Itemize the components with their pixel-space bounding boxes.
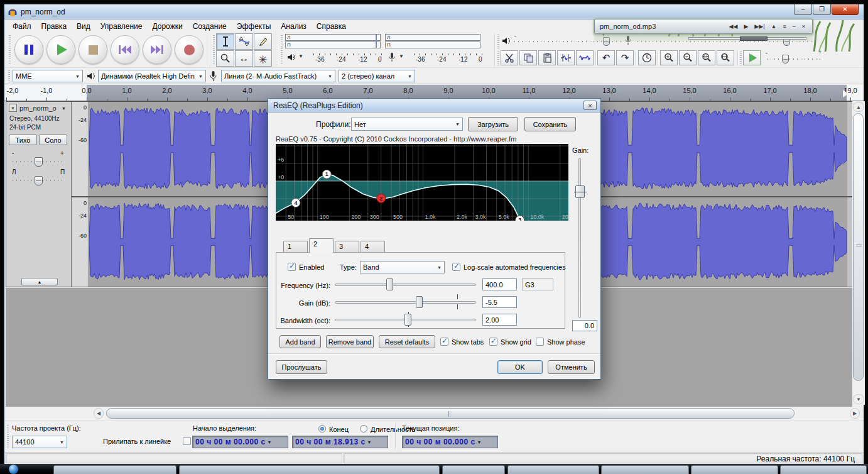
- record-button[interactable]: [175, 35, 203, 64]
- draw-tool-button[interactable]: [254, 33, 272, 50]
- track-pan-slider[interactable]: [35, 176, 43, 185]
- gain-slider[interactable]: [416, 296, 423, 308]
- end-radio[interactable]: [318, 425, 326, 433]
- preview-button[interactable]: Прослушать: [276, 360, 327, 374]
- snap-to-checkbox[interactable]: [183, 437, 191, 445]
- dialog-close-button[interactable]: ×: [583, 101, 597, 110]
- vertical-scrollbar[interactable]: ▲ ▼: [852, 101, 865, 405]
- cancel-button[interactable]: Отменить: [548, 360, 595, 374]
- fit-project-button[interactable]: [717, 50, 734, 65]
- track-close-button[interactable]: ×: [9, 104, 17, 112]
- fit-selection-button[interactable]: [698, 50, 715, 65]
- solo-button[interactable]: Соло: [39, 135, 67, 145]
- show-phase-checkbox[interactable]: [536, 338, 544, 346]
- next-track-icon[interactable]: ▶▶|: [751, 24, 768, 30]
- track-gain-slider[interactable]: [35, 157, 43, 167]
- bandwidth-value[interactable]: 2.00: [482, 314, 517, 326]
- undo-button[interactable]: ↶: [597, 50, 615, 65]
- close-button[interactable]: ✕: [832, 4, 859, 15]
- profiles-select[interactable]: Нет▼: [351, 118, 463, 131]
- playback-meter-left[interactable]: Л: [285, 34, 381, 41]
- trim-button[interactable]: [557, 50, 575, 65]
- gain-value[interactable]: -5.5: [482, 296, 517, 308]
- log-scale-checkbox[interactable]: [452, 263, 460, 271]
- taskbar-button-3[interactable]: [442, 465, 505, 474]
- taskbar-button-7[interactable]: [780, 465, 867, 474]
- media-player-seek-area[interactable]: [594, 35, 813, 41]
- playback-speed-track[interactable]: [767, 58, 821, 60]
- show-tabs-checkbox[interactable]: [440, 338, 448, 346]
- stop-button[interactable]: [79, 35, 107, 64]
- master-gain-track[interactable]: [578, 158, 581, 318]
- input-device-select[interactable]: Линия (2- M-Audio FastTrack)▼: [221, 70, 335, 82]
- zoom-in-button[interactable]: [660, 50, 678, 65]
- timeshift-tool-button[interactable]: ↔: [235, 50, 253, 67]
- scroll-down-icon[interactable]: ▼: [853, 394, 864, 404]
- current-position-field[interactable]: 00 ч 00 м 00.000 с▼: [402, 436, 498, 448]
- playback-meter-right[interactable]: П: [285, 41, 381, 48]
- add-band-button[interactable]: Add band: [279, 335, 321, 348]
- selection-end-field[interactable]: 00 ч 00 м 18.913 с▼: [292, 436, 388, 448]
- reset-defaults-button[interactable]: Reset defaults: [379, 335, 435, 348]
- menu-item-9[interactable]: Справка: [312, 21, 351, 32]
- tab-band-1[interactable]: 1: [283, 241, 308, 253]
- menu-item-1[interactable]: Файл: [8, 21, 36, 32]
- gain-track[interactable]: [335, 301, 476, 304]
- taskbar-button-5[interactable]: [601, 465, 689, 474]
- eq-graph[interactable]: 1234+6+0501002003005001.0k2.0k3.0k5.0k10…: [276, 144, 568, 221]
- frequency-track[interactable]: [335, 284, 476, 286]
- master-gain-slider[interactable]: [575, 185, 585, 198]
- envelope-tool-button[interactable]: [235, 33, 253, 50]
- tab-band-2[interactable]: 2: [309, 238, 334, 253]
- remove-band-button[interactable]: Remove band: [326, 335, 374, 348]
- menu-item-6[interactable]: Создание: [188, 21, 232, 32]
- bandwidth-slider[interactable]: [404, 314, 411, 326]
- redo-button[interactable]: ↷: [616, 50, 634, 65]
- taskbar-button-4[interactable]: [507, 465, 599, 474]
- tab-band-3[interactable]: 3: [335, 241, 359, 253]
- minimize-button[interactable]: –: [794, 4, 812, 15]
- pause-button[interactable]: [14, 35, 43, 64]
- menu-icon[interactable]: ≡: [779, 24, 789, 30]
- menu-item-5[interactable]: Дорожки: [148, 21, 188, 32]
- chevron-down-icon[interactable]: ▼: [399, 53, 404, 59]
- selection-end-pointer[interactable]: [843, 90, 849, 97]
- scroll-up-icon[interactable]: ▲: [853, 102, 864, 112]
- band-type-select[interactable]: Band▼: [360, 261, 445, 273]
- recording-meter-left[interactable]: Л: [385, 34, 480, 41]
- minimize-icon[interactable]: –: [789, 24, 799, 30]
- track-collapse-button[interactable]: ▲: [21, 278, 58, 285]
- mute-button[interactable]: Тихо: [9, 135, 37, 145]
- scroll-right-icon[interactable]: ▶: [850, 408, 860, 419]
- menu-item-4[interactable]: Управление: [95, 21, 148, 32]
- length-radio[interactable]: [360, 425, 367, 433]
- horizontal-scrollbar[interactable]: ◀ ▶: [4, 407, 864, 421]
- ok-button[interactable]: OK: [497, 360, 543, 374]
- frequency-slider[interactable]: [386, 278, 393, 290]
- copy-button[interactable]: [519, 50, 537, 65]
- input-channels-select[interactable]: 2 (стерео) канал▼: [339, 70, 415, 82]
- restore-button[interactable]: ❐: [813, 4, 831, 15]
- audio-host-select[interactable]: MME▼: [13, 70, 83, 82]
- media-player-mini-window[interactable]: pm_norm_od.mp3 ◀◀ ▶ ▶▶| ▲ ≡ – ×: [594, 19, 813, 34]
- project-rate-select[interactable]: 44100▼: [12, 436, 67, 448]
- silence-button[interactable]: [576, 50, 594, 65]
- sync-lock-button[interactable]: [638, 50, 656, 65]
- track-control-panel[interactable]: × pm_norm_o ▼ Стерео, 44100Hz 24-bit PCM…: [6, 102, 72, 287]
- taskbar-button-2[interactable]: [179, 465, 440, 474]
- load-button[interactable]: Загрузить: [468, 117, 518, 131]
- recording-meter-right[interactable]: П: [385, 41, 480, 48]
- start-orb-icon[interactable]: [9, 465, 18, 474]
- play-button[interactable]: [46, 35, 75, 64]
- save-button[interactable]: Сохранить: [524, 117, 576, 131]
- menu-item-3[interactable]: Вид: [72, 21, 95, 32]
- show-grid-checkbox[interactable]: [489, 338, 497, 346]
- close-icon[interactable]: ×: [799, 24, 808, 30]
- horizontal-scroll-thumb[interactable]: [106, 408, 795, 419]
- multi-tool-button[interactable]: ✳: [254, 50, 272, 67]
- taskbar-button-1[interactable]: [53, 465, 176, 474]
- playback-speed-slider[interactable]: [782, 55, 789, 63]
- enabled-checkbox[interactable]: [288, 263, 296, 271]
- vertical-scroll-thumb[interactable]: [853, 113, 864, 381]
- track-menu-chevron-icon[interactable]: ▼: [62, 106, 66, 111]
